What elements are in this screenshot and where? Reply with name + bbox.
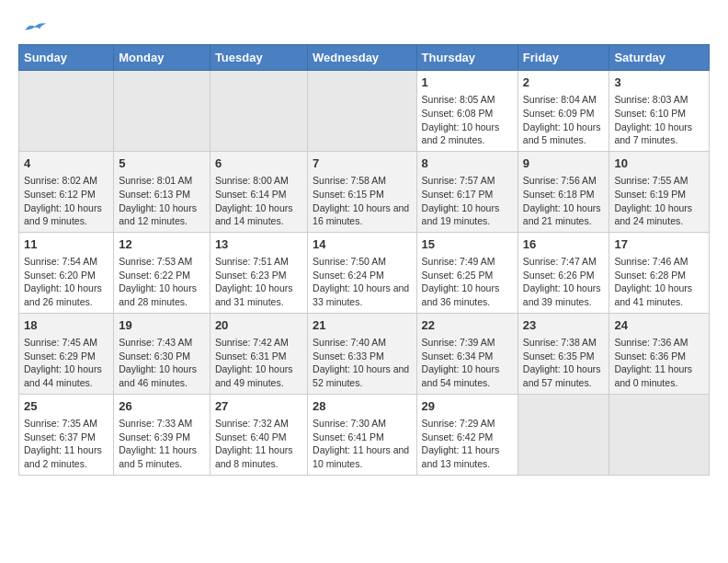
calendar-cell: 25Sunrise: 7:35 AMSunset: 6:37 PMDayligh… xyxy=(19,394,114,475)
calendar-cell: 1Sunrise: 8:05 AMSunset: 6:08 PMDaylight… xyxy=(416,71,518,152)
sunrise-text: Sunrise: 7:57 AM xyxy=(422,175,495,186)
day-number: 23 xyxy=(523,317,605,334)
daylight-text: Daylight: 10 hours and 21 minutes. xyxy=(523,202,601,227)
week-row-4: 18Sunrise: 7:45 AMSunset: 6:29 PMDayligh… xyxy=(19,313,710,394)
day-number: 1 xyxy=(422,75,513,91)
daylight-text: Daylight: 11 hours and 10 minutes. xyxy=(313,444,409,469)
sunrise-text: Sunrise: 7:35 AM xyxy=(24,418,97,429)
day-number: 12 xyxy=(119,236,205,253)
calendar-cell: 23Sunrise: 7:38 AMSunset: 6:35 PMDayligh… xyxy=(518,313,609,394)
daylight-text: Daylight: 10 hours and 5 minutes. xyxy=(523,121,601,146)
daylight-text: Daylight: 10 hours and 14 minutes. xyxy=(215,202,293,227)
daylight-text: Daylight: 10 hours and 16 minutes. xyxy=(313,202,409,227)
sunset-text: Sunset: 6:37 PM xyxy=(24,431,96,442)
sunrise-text: Sunrise: 8:02 AM xyxy=(24,175,97,186)
calendar-cell: 12Sunrise: 7:53 AMSunset: 6:22 PMDayligh… xyxy=(114,232,210,313)
sunset-text: Sunset: 6:09 PM xyxy=(523,108,595,119)
sunrise-text: Sunrise: 7:47 AM xyxy=(523,256,597,267)
calendar-cell: 14Sunrise: 7:50 AMSunset: 6:24 PMDayligh… xyxy=(308,232,416,313)
sunset-text: Sunset: 6:22 PM xyxy=(119,270,190,281)
sunrise-text: Sunrise: 7:50 AM xyxy=(313,256,386,267)
header-day-saturday: Saturday xyxy=(609,45,710,71)
day-number: 29 xyxy=(422,398,513,415)
sunset-text: Sunset: 6:30 PM xyxy=(119,350,190,362)
sunset-text: Sunset: 6:41 PM xyxy=(313,431,384,442)
day-number: 24 xyxy=(614,317,704,334)
sunrise-text: Sunrise: 7:32 AM xyxy=(215,418,289,429)
calendar-cell: 10Sunrise: 7:55 AMSunset: 6:19 PMDayligh… xyxy=(609,151,710,232)
day-number: 17 xyxy=(614,236,704,253)
sunset-text: Sunset: 6:31 PM xyxy=(215,350,287,362)
day-number: 10 xyxy=(614,155,704,172)
sunrise-text: Sunrise: 7:51 AM xyxy=(215,256,289,267)
calendar-cell: 29Sunrise: 7:29 AMSunset: 6:42 PMDayligh… xyxy=(416,394,518,475)
daylight-text: Daylight: 10 hours and 44 minutes. xyxy=(24,363,102,388)
week-row-3: 11Sunrise: 7:54 AMSunset: 6:20 PMDayligh… xyxy=(19,232,710,313)
header xyxy=(18,18,710,35)
daylight-text: Daylight: 10 hours and 41 minutes. xyxy=(614,282,692,307)
calendar-cell xyxy=(308,71,416,152)
daylight-text: Daylight: 10 hours and 36 minutes. xyxy=(422,282,500,307)
sunrise-text: Sunrise: 7:36 AM xyxy=(614,337,688,348)
sunset-text: Sunset: 6:26 PM xyxy=(523,270,595,281)
sunset-text: Sunset: 6:39 PM xyxy=(119,431,190,442)
header-day-friday: Friday xyxy=(518,45,609,71)
sunrise-text: Sunrise: 8:01 AM xyxy=(119,175,192,186)
sunset-text: Sunset: 6:35 PM xyxy=(523,350,595,362)
daylight-text: Daylight: 10 hours and 7 minutes. xyxy=(614,121,692,146)
daylight-text: Daylight: 10 hours and 26 minutes. xyxy=(24,282,102,307)
daylight-text: Daylight: 10 hours and 2 minutes. xyxy=(422,121,500,146)
sunset-text: Sunset: 6:19 PM xyxy=(614,189,686,200)
calendar-cell: 13Sunrise: 7:51 AMSunset: 6:23 PMDayligh… xyxy=(210,232,307,313)
sunrise-text: Sunrise: 7:43 AM xyxy=(119,337,192,348)
daylight-text: Daylight: 10 hours and 39 minutes. xyxy=(523,282,601,307)
sunrise-text: Sunrise: 7:39 AM xyxy=(422,337,495,348)
sunset-text: Sunset: 6:08 PM xyxy=(422,108,494,119)
day-number: 18 xyxy=(24,317,108,334)
calendar-table: SundayMondayTuesdayWednesdayThursdayFrid… xyxy=(18,44,710,476)
day-number: 5 xyxy=(119,155,205,172)
calendar-cell: 20Sunrise: 7:42 AMSunset: 6:31 PMDayligh… xyxy=(210,313,307,394)
calendar-cell: 6Sunrise: 8:00 AMSunset: 6:14 PMDaylight… xyxy=(210,151,307,232)
sunrise-text: Sunrise: 7:54 AM xyxy=(24,256,97,267)
sunrise-text: Sunrise: 7:33 AM xyxy=(119,418,192,429)
sunset-text: Sunset: 6:29 PM xyxy=(24,350,96,362)
day-number: 27 xyxy=(215,398,302,415)
daylight-text: Daylight: 10 hours and 28 minutes. xyxy=(119,282,197,307)
sunset-text: Sunset: 6:34 PM xyxy=(422,350,494,362)
daylight-text: Daylight: 11 hours and 5 minutes. xyxy=(119,444,197,469)
calendar-cell: 21Sunrise: 7:40 AMSunset: 6:33 PMDayligh… xyxy=(308,313,416,394)
calendar-cell: 19Sunrise: 7:43 AMSunset: 6:30 PMDayligh… xyxy=(114,313,210,394)
sunrise-text: Sunrise: 7:55 AM xyxy=(614,175,688,186)
calendar-cell: 9Sunrise: 7:56 AMSunset: 6:18 PMDaylight… xyxy=(518,151,609,232)
calendar-cell: 7Sunrise: 7:58 AMSunset: 6:15 PMDaylight… xyxy=(308,151,416,232)
calendar-cell xyxy=(609,394,710,475)
bird-icon xyxy=(22,18,48,35)
day-number: 25 xyxy=(24,398,108,415)
sunset-text: Sunset: 6:28 PM xyxy=(614,270,686,281)
day-number: 26 xyxy=(119,398,205,415)
day-number: 16 xyxy=(523,236,605,253)
sunset-text: Sunset: 6:33 PM xyxy=(313,350,384,362)
logo-blue xyxy=(18,18,48,35)
week-row-2: 4Sunrise: 8:02 AMSunset: 6:12 PMDaylight… xyxy=(19,151,710,232)
daylight-text: Daylight: 10 hours and 19 minutes. xyxy=(422,202,500,227)
sunrise-text: Sunrise: 8:03 AM xyxy=(614,94,688,105)
sunset-text: Sunset: 6:24 PM xyxy=(313,270,384,281)
daylight-text: Daylight: 10 hours and 33 minutes. xyxy=(313,282,409,307)
day-number: 22 xyxy=(422,317,513,334)
sunset-text: Sunset: 6:40 PM xyxy=(215,431,287,442)
calendar-cell: 5Sunrise: 8:01 AMSunset: 6:13 PMDaylight… xyxy=(114,151,210,232)
header-row: SundayMondayTuesdayWednesdayThursdayFrid… xyxy=(19,45,710,71)
sunrise-text: Sunrise: 7:30 AM xyxy=(313,418,386,429)
day-number: 19 xyxy=(119,317,205,334)
sunset-text: Sunset: 6:36 PM xyxy=(614,350,686,362)
sunset-text: Sunset: 6:15 PM xyxy=(313,189,384,200)
daylight-text: Daylight: 10 hours and 46 minutes. xyxy=(119,363,197,388)
day-number: 20 xyxy=(215,317,302,334)
calendar-cell: 4Sunrise: 8:02 AMSunset: 6:12 PMDaylight… xyxy=(19,151,114,232)
day-number: 28 xyxy=(313,398,411,415)
calendar-cell: 27Sunrise: 7:32 AMSunset: 6:40 PMDayligh… xyxy=(210,394,307,475)
sunset-text: Sunset: 6:14 PM xyxy=(215,189,287,200)
calendar-cell: 24Sunrise: 7:36 AMSunset: 6:36 PMDayligh… xyxy=(609,313,710,394)
